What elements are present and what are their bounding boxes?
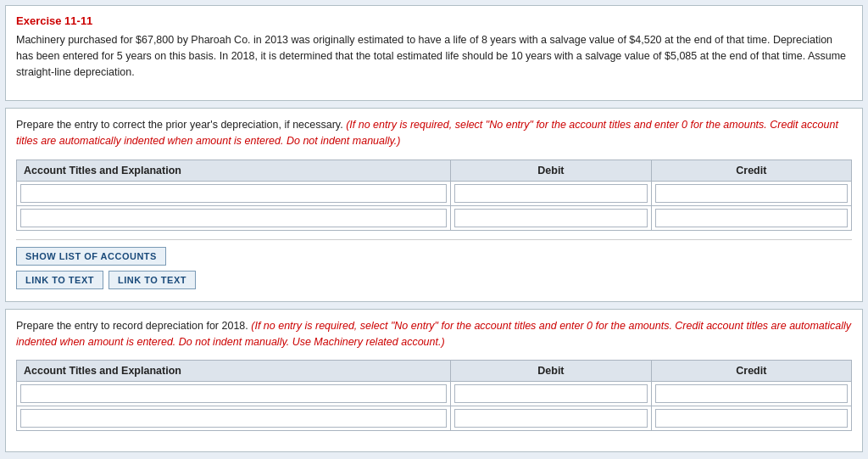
part1-row2-debit-input[interactable] [454,209,647,227]
table-row [17,382,852,406]
exercise-section: Exercise 11-11 Machinery purchased for $… [5,5,863,101]
part1-instruction: Prepare the entry to correct the prior y… [16,117,852,149]
part1-row2-account-input[interactable] [20,209,447,227]
part1-row1-debit-cell [451,181,651,205]
part2-instruction-plain: Prepare the entry to record depreciation… [16,320,251,332]
show-list-of-accounts-button[interactable]: Show List of Accounts [16,247,166,266]
part2-row1-credit-input[interactable] [655,384,848,403]
part2-header-debit: Debit [451,361,651,382]
part1-row2-credit-input[interactable] [655,209,848,227]
link-to-text-button-1[interactable]: Link to Text [16,271,103,289]
part2-row2-debit-cell [451,406,651,431]
part1-instruction-plain: Prepare the entry to correct the prior y… [16,119,346,131]
part2-journal-table: Account Titles and Explanation Debit Cre… [16,360,852,431]
table-row [17,406,852,431]
part2-row2-credit-cell [651,406,851,431]
part1-header-credit: Credit [651,160,851,181]
part1-header-account: Account Titles and Explanation [17,160,451,181]
part2-row1-debit-input[interactable] [454,384,647,403]
part2-row2-account-cell [17,406,451,431]
part1-row1-account-input[interactable] [20,184,447,203]
part1-header-debit: Debit [451,160,651,181]
part2-row2-credit-input[interactable] [655,409,848,428]
table-row [17,181,852,205]
part2-header-credit: Credit [651,361,851,382]
part2-row2-account-input[interactable] [20,409,447,428]
link-to-text-button-2[interactable]: Link to Text [108,271,196,289]
problem-text: Machinery purchased for $67,800 by Pharo… [16,32,852,80]
part1-row1-debit-input[interactable] [454,184,647,203]
part2-row2-debit-input[interactable] [454,409,647,428]
part1-row1-credit-cell [651,181,851,205]
part1-button-area: Show List of Accounts [16,239,852,266]
part1-row2-account-cell [17,205,451,230]
part1-row2-debit-cell [451,205,651,230]
part1-section: Prepare the entry to correct the prior y… [5,108,863,302]
part2-row1-account-cell [17,382,451,406]
exercise-title: Exercise 11-11 [16,14,852,27]
part2-row1-credit-cell [651,382,851,406]
part2-row1-debit-cell [451,382,651,406]
part2-header-account: Account Titles and Explanation [17,361,451,382]
part1-journal-table: Account Titles and Explanation Debit Cre… [16,160,852,231]
part1-row1-account-cell [17,181,451,205]
part2-section: Prepare the entry to record depreciation… [5,309,863,453]
part2-row1-account-input[interactable] [20,384,447,403]
part2-instruction: Prepare the entry to record depreciation… [16,318,852,350]
part1-row2-credit-cell [651,205,851,230]
table-row [17,205,852,230]
part1-row1-credit-input[interactable] [655,184,848,203]
part1-link-row: Link to Text Link to Text [16,271,852,289]
